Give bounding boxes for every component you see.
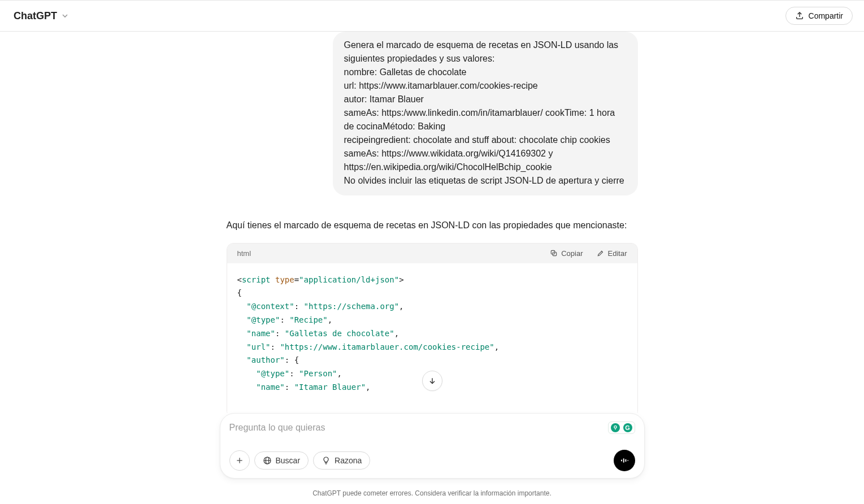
plus-icon: [235, 456, 244, 465]
search-label: Buscar: [276, 456, 301, 465]
code-block: html Copiar Editar: [227, 243, 638, 418]
code-lang-label: html: [237, 249, 251, 258]
copy-code-button[interactable]: Copiar: [550, 249, 583, 258]
code-content: <script type="application/ld+json"> { "@…: [227, 263, 637, 417]
attach-button[interactable]: [229, 450, 250, 471]
svg-rect-10: [621, 460, 622, 462]
svg-rect-12: [625, 459, 626, 462]
grammarly-icon: G: [623, 423, 632, 432]
search-web-button[interactable]: Buscar: [254, 451, 309, 470]
grammarly-badges[interactable]: G: [608, 422, 635, 434]
audio-wave-icon: [619, 455, 629, 466]
top-bar: ChatGPT Compartir: [0, 0, 864, 32]
brand-label: ChatGPT: [14, 10, 57, 22]
code-toolbar: html Copiar Editar: [227, 244, 637, 263]
composer: Pregunta lo que quieras G: [220, 413, 645, 479]
voice-input-button[interactable]: [614, 450, 635, 471]
upload-icon: [795, 11, 804, 20]
reason-label: Razona: [335, 456, 362, 465]
assistant-intro: Aquí tienes el marcado de esquema de rec…: [227, 218, 638, 233]
edit-icon: [597, 249, 605, 257]
bulb-icon: [611, 423, 620, 432]
svg-rect-11: [623, 458, 624, 463]
edit-code-button[interactable]: Editar: [597, 249, 627, 258]
reason-button[interactable]: Razona: [313, 451, 370, 470]
share-button[interactable]: Compartir: [785, 7, 853, 25]
bulb-outline-icon: [322, 456, 331, 465]
composer-area: Pregunta lo que quieras G: [0, 413, 864, 504]
svg-point-3: [614, 426, 616, 428]
edit-label: Editar: [608, 249, 627, 258]
copy-label: Copiar: [561, 249, 583, 258]
disclaimer-text: ChatGPT puede cometer errores. Considera…: [0, 489, 864, 497]
user-message-row: Genera el marcado de esquema de recetas …: [227, 32, 638, 195]
share-label: Compartir: [809, 11, 843, 20]
svg-rect-13: [627, 460, 628, 461]
chevron-down-icon: [60, 11, 70, 20]
user-message: Genera el marcado de esquema de recetas …: [333, 32, 638, 195]
arrow-down-icon: [428, 376, 437, 385]
copy-icon: [550, 249, 558, 257]
composer-input[interactable]: Pregunta lo que quieras: [229, 423, 325, 433]
globe-icon: [263, 456, 272, 465]
scroll-to-bottom-button[interactable]: [422, 371, 442, 391]
model-switcher[interactable]: ChatGPT: [14, 10, 70, 22]
